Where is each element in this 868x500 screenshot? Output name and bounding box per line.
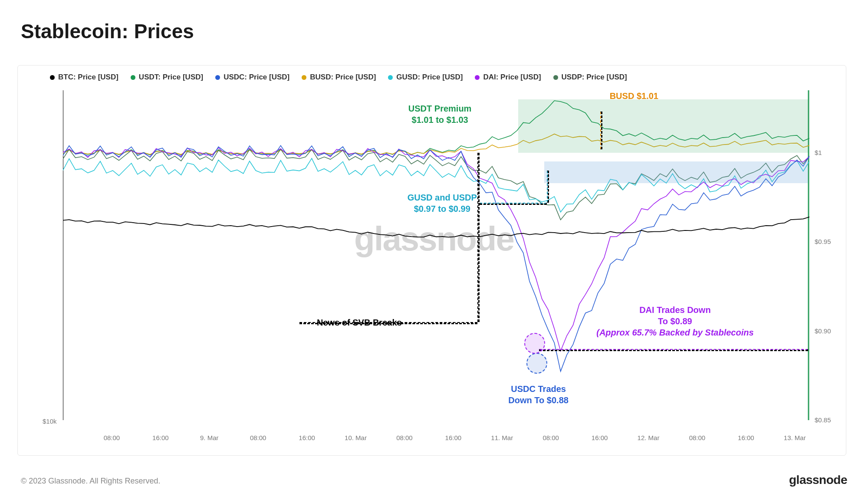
x-tick: 11. Mar [491,434,513,441]
legend-label: GUSD: Price [USD] [396,73,463,82]
annotation-svb-l1: News of SVB Breaks [317,317,402,328]
legend-dot-icon [553,75,558,80]
y-right-tick: $0.90 [815,327,831,335]
annotation-busd-l1: BUSD $1.01 [610,90,658,102]
legend-item[interactable]: USDP: Price [USD] [553,73,627,82]
x-tick: 08:00 [396,434,413,441]
x-tick: 16:00 [445,434,462,441]
chart-title: Stablecoin: Prices [21,20,194,43]
gusd-band [544,161,808,183]
legend-label: DAI: Price [USD] [483,73,541,82]
annotation-dai-l2: To $0.89 [596,316,753,327]
legend-item[interactable]: BUSD: Price [USD] [302,73,376,82]
annotation-dai-sub: (Approx 65.7% Backed by Stablecoins [596,327,753,338]
legend-label: USDC: Price [USD] [224,73,289,82]
dai-h [539,349,808,351]
legend-label: USDP: Price [USD] [562,73,627,82]
annotation-usdt-l2: $1.01 to $1.03 [408,114,472,125]
x-tick: 08:00 [542,434,559,441]
annotation-gusd-l1: GUSD and USDP [408,192,477,203]
legend-label: USDT: Price [USD] [139,73,203,82]
x-tick: 13. Mar [784,434,806,441]
x-tick: 08:00 [104,434,120,441]
annotation-svb: News of SVB Breaks [317,317,402,328]
gusd-conn-v [547,171,549,203]
annotation-gusd-l2: $0.97 to $0.99 [408,203,477,214]
legend-label: BTC: Price [USD] [58,73,118,82]
annotation-usdc: USDC Trades Down To $0.88 [508,383,569,406]
legend-item[interactable]: USDT: Price [USD] [131,73,203,82]
x-tick: 08:00 [250,434,266,441]
legend-dot-icon [215,75,220,80]
legend-item[interactable]: DAI: Price [USD] [475,73,541,82]
annotation-usdt: USDT Premium $1.01 to $1.03 [408,103,472,125]
annotation-usdc-l1: USDC Trades [508,383,569,395]
y-right-tick: $0.95 [815,238,831,245]
y-left-tick: $10k [43,418,57,425]
busd-v [600,112,602,149]
usdc-low-marker [526,353,547,374]
y-right-tick: $0.85 [815,416,831,424]
legend-dot-icon [475,75,480,80]
footer-copyright: © 2023 Glassnode. All Rights Reserved. [21,477,160,486]
x-tick: 16:00 [592,434,608,441]
annotation-dai: DAI Trades Down To $0.89 (Approx 65.7% B… [596,304,753,338]
footer-brand: glassnode [789,473,847,487]
x-tick: 16:00 [299,434,315,441]
legend: BTC: Price [USD]USDT: Price [USD]USDC: P… [50,73,627,82]
legend-item[interactable]: BTC: Price [USD] [50,73,118,82]
annotation-usdt-l1: USDT Premium [408,103,472,114]
series-btc [63,217,809,237]
legend-dot-icon [50,75,55,80]
x-tick: 9. Mar [200,434,219,441]
legend-label: BUSD: Price [USD] [310,73,376,82]
legend-item[interactable]: GUSD: Price [USD] [388,73,463,82]
annotation-busd: BUSD $1.01 [610,90,658,102]
x-tick: 16:00 [738,434,754,441]
legend-dot-icon [131,75,135,80]
gusd-conn-h [480,203,547,205]
x-tick: 12. Mar [638,434,660,441]
legend-item[interactable]: USDC: Price [USD] [215,73,289,82]
x-tick: 16:00 [152,434,169,441]
usdt-band [518,99,808,153]
x-tick: 10. Mar [345,434,367,441]
annotation-gusd: GUSD and USDP $0.97 to $0.99 [408,192,477,214]
legend-dot-icon [388,75,393,80]
annotation-dai-l1: DAI Trades Down [596,304,753,316]
legend-dot-icon [302,75,306,80]
x-tick: 08:00 [689,434,706,441]
svb-vline [477,153,480,322]
y-right-tick: $1 [815,149,822,156]
annotation-usdc-l2: Down To $0.88 [508,395,569,406]
